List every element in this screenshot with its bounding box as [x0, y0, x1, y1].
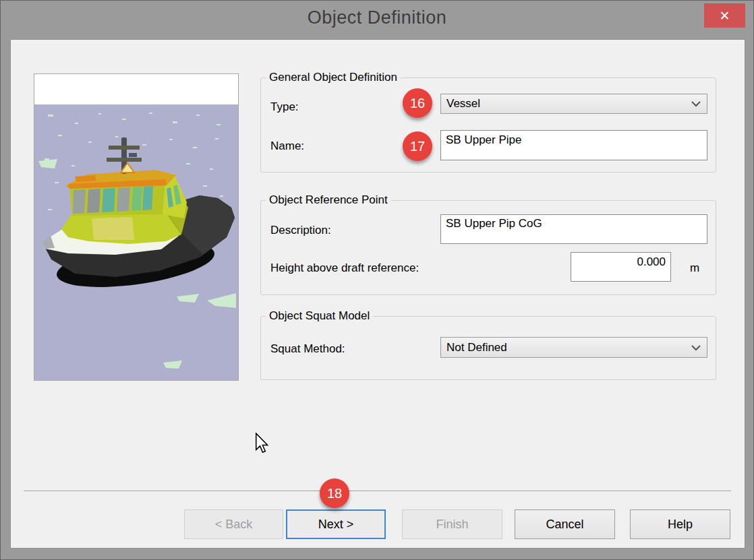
dialog-title: Object Definition	[1, 7, 753, 28]
annotation-number: 18	[327, 486, 342, 501]
group-title: Object Reference Point	[266, 193, 391, 207]
annotation-circle-16: 16	[403, 88, 432, 118]
group-title: General Object Definition	[266, 71, 401, 84]
description-label: Description:	[270, 224, 331, 237]
mouse-cursor-icon	[254, 433, 270, 457]
description-input[interactable]	[440, 214, 707, 244]
group-title: Object Squat Model	[266, 309, 373, 323]
vessel-3d-render	[34, 74, 238, 380]
name-input[interactable]	[440, 130, 707, 160]
type-dropdown[interactable]: Vessel	[440, 94, 707, 114]
squat-method-label: Squat Method:	[270, 342, 345, 356]
finish-button[interactable]: Finish	[402, 509, 502, 539]
type-dropdown-value: Vessel	[446, 97, 691, 111]
close-icon: ✕	[720, 8, 730, 24]
vessel-preview-image	[34, 73, 239, 381]
cancel-button[interactable]: Cancel	[515, 509, 615, 539]
squat-method-value: Not Defined	[446, 341, 691, 354]
chevron-down-icon	[691, 100, 701, 107]
height-unit-label: m	[690, 261, 699, 275]
footer-separator	[24, 491, 731, 492]
type-label: Type:	[270, 100, 299, 114]
next-button[interactable]: Next >	[286, 509, 386, 539]
squat-method-dropdown[interactable]: Not Defined	[440, 337, 707, 358]
annotation-number: 16	[410, 96, 425, 111]
height-input[interactable]	[571, 252, 671, 282]
name-label: Name:	[270, 139, 304, 153]
help-button[interactable]: Help	[630, 509, 730, 539]
back-button[interactable]: < Back	[184, 509, 283, 539]
object-definition-dialog: Object Definition ✕	[0, 0, 754, 560]
close-button[interactable]: ✕	[704, 3, 745, 28]
height-label: Height above draft reference:	[270, 261, 419, 275]
annotation-number: 17	[410, 139, 425, 154]
annotation-circle-18: 18	[320, 478, 349, 508]
chevron-down-icon	[691, 344, 701, 351]
annotation-circle-17: 17	[403, 131, 432, 161]
title-bar[interactable]: Object Definition ✕	[1, 1, 753, 39]
